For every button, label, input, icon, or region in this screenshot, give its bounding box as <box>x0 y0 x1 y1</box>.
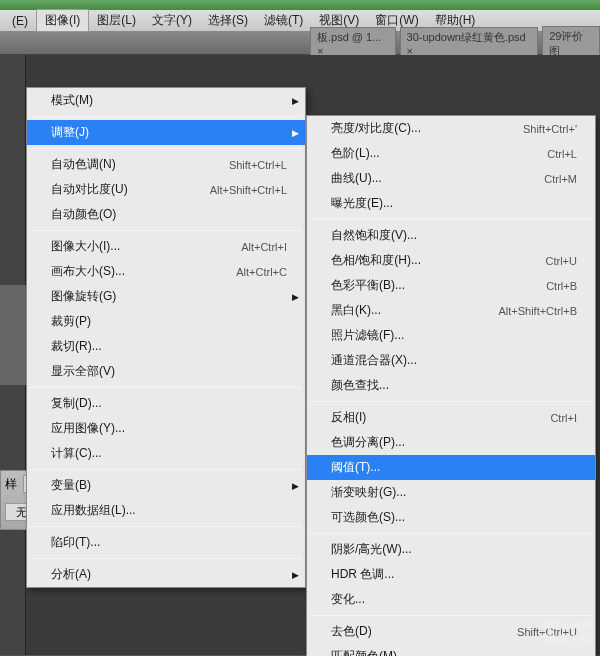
adjust-menu-item[interactable]: 可选颜色(S)... <box>307 505 595 530</box>
menu-item-label: 分析(A) <box>51 566 91 583</box>
separator <box>309 401 593 402</box>
image-menu-item[interactable]: 调整(J) <box>27 120 305 145</box>
menu-item-label: 自动对比度(U) <box>51 181 128 198</box>
menu-item-label: 颜色查找... <box>331 377 389 394</box>
image-menu-item[interactable]: 变量(B) <box>27 473 305 498</box>
menu-item-label: 去色(D) <box>331 623 372 640</box>
menu-item-label: 调整(J) <box>51 124 89 141</box>
menu-item-label: 变化... <box>331 591 365 608</box>
adjust-menu-item[interactable]: 亮度/对比度(C)...Shift+Ctrl+' <box>307 116 595 141</box>
image-menu-item[interactable]: 自动色调(N)Shift+Ctrl+L <box>27 152 305 177</box>
adjust-menu-item[interactable]: 曝光度(E)... <box>307 191 595 216</box>
adjust-menu-item[interactable]: 变化... <box>307 587 595 612</box>
watermark: jb51.net 脚本之家 <box>542 617 592 649</box>
menu-item-label: 渐变映射(G)... <box>331 484 406 501</box>
adjust-menu-item[interactable]: 色阶(L)...Ctrl+L <box>307 141 595 166</box>
workspace: 样 无 模式(M)调整(J)自动色调(N)Shift+Ctrl+L自动对比度(U… <box>0 55 600 655</box>
menu-item-label: HDR 色调... <box>331 566 394 583</box>
separator <box>29 116 303 117</box>
menu-item-label: 自动色调(N) <box>51 156 116 173</box>
menu-item-label: 图像大小(I)... <box>51 238 120 255</box>
menu-4[interactable]: 选择(S) <box>200 10 256 31</box>
menu-item-label: 自然饱和度(V)... <box>331 227 417 244</box>
image-menu-item[interactable]: 显示全部(V) <box>27 359 305 384</box>
adjust-menu-item[interactable]: 照片滤镜(F)... <box>307 323 595 348</box>
image-menu-item[interactable]: 图像旋转(G) <box>27 284 305 309</box>
separator <box>29 558 303 559</box>
menu-item-label: 阈值(T)... <box>331 459 380 476</box>
adjust-menu-item[interactable]: 通道混合器(X)... <box>307 348 595 373</box>
separator <box>29 469 303 470</box>
menu-item-label: 色调分离(P)... <box>331 434 405 451</box>
menu-item-label: 裁剪(P) <box>51 313 91 330</box>
menu-item-label: 色彩平衡(B)... <box>331 277 405 294</box>
menu-item-label: 通道混合器(X)... <box>331 352 417 369</box>
menu-item-label: 色相/饱和度(H)... <box>331 252 421 269</box>
prop-label: 样 <box>5 476 17 493</box>
shortcut: Ctrl+L <box>547 148 577 160</box>
menu-0[interactable]: (E) <box>4 12 36 30</box>
image-menu-item[interactable]: 裁切(R)... <box>27 334 305 359</box>
menu-item-label: 计算(C)... <box>51 445 102 462</box>
menu-item-label: 自动颜色(O) <box>51 206 116 223</box>
adjust-menu-item[interactable]: 色调分离(P)... <box>307 430 595 455</box>
shortcut: Alt+Ctrl+I <box>241 241 287 253</box>
adjust-menu-item[interactable]: 自然饱和度(V)... <box>307 223 595 248</box>
menu-item-label: 黑白(K)... <box>331 302 381 319</box>
adjust-menu-item[interactable]: 黑白(K)...Alt+Shift+Ctrl+B <box>307 298 595 323</box>
image-menu-item[interactable]: 陷印(T)... <box>27 530 305 555</box>
menu-3[interactable]: 文字(Y) <box>144 10 200 31</box>
shortcut: Alt+Shift+Ctrl+L <box>210 184 287 196</box>
image-menu-item[interactable]: 应用数据组(L)... <box>27 498 305 523</box>
adjust-menu-item[interactable]: 阈值(T)... <box>307 455 595 480</box>
image-menu-item[interactable]: 计算(C)... <box>27 441 305 466</box>
image-menu-item[interactable]: 自动对比度(U)Alt+Shift+Ctrl+L <box>27 177 305 202</box>
adjust-menu-item[interactable]: HDR 色调... <box>307 562 595 587</box>
image-menu-item[interactable]: 应用图像(Y)... <box>27 416 305 441</box>
adjust-menu-item[interactable]: 阴影/高光(W)... <box>307 537 595 562</box>
menu-item-label: 色阶(L)... <box>331 145 380 162</box>
menu-item-label: 匹配颜色(M)... <box>331 648 407 656</box>
menu-item-label: 显示全部(V) <box>51 363 115 380</box>
shortcut: Ctrl+B <box>546 280 577 292</box>
menu-item-label: 曝光度(E)... <box>331 195 393 212</box>
shortcut: Ctrl+I <box>550 412 577 424</box>
separator <box>309 219 593 220</box>
image-menu-item[interactable]: 复制(D)... <box>27 391 305 416</box>
menu-item-label: 亮度/对比度(C)... <box>331 120 421 137</box>
menu-item-label: 变量(B) <box>51 477 91 494</box>
menu-item-label: 裁切(R)... <box>51 338 102 355</box>
separator <box>29 387 303 388</box>
separator <box>29 148 303 149</box>
menu-5[interactable]: 滤镜(T) <box>256 10 311 31</box>
menu-item-label: 阴影/高光(W)... <box>331 541 412 558</box>
menu-item-label: 曲线(U)... <box>331 170 382 187</box>
image-menu-item[interactable]: 模式(M) <box>27 88 305 113</box>
menu-item-label: 画布大小(S)... <box>51 263 125 280</box>
shortcut: Alt+Shift+Ctrl+B <box>498 305 577 317</box>
menu-item-label: 应用数据组(L)... <box>51 502 136 519</box>
image-menu-item[interactable]: 画布大小(S)...Alt+Ctrl+C <box>27 259 305 284</box>
adjust-menu-item[interactable]: 颜色查找... <box>307 373 595 398</box>
adjust-menu-item[interactable]: 色彩平衡(B)...Ctrl+B <box>307 273 595 298</box>
adjustments-submenu: 亮度/对比度(C)...Shift+Ctrl+'色阶(L)...Ctrl+L曲线… <box>306 115 596 656</box>
shortcut: Ctrl+U <box>546 255 577 267</box>
document-tabs: 板.psd @ 1... ×30-updown绿红黄色.psd ×29评价图 <box>0 32 600 55</box>
image-menu-item[interactable]: 图像大小(I)...Alt+Ctrl+I <box>27 234 305 259</box>
menu-1[interactable]: 图像(I) <box>36 9 89 32</box>
image-menu-item[interactable]: 分析(A) <box>27 562 305 587</box>
menu-item-label: 应用图像(Y)... <box>51 420 125 437</box>
adjust-menu-item[interactable]: 渐变映射(G)... <box>307 480 595 505</box>
image-menu-item[interactable]: 裁剪(P) <box>27 309 305 334</box>
adjust-menu-item[interactable]: 曲线(U)...Ctrl+M <box>307 166 595 191</box>
menu-item-label: 图像旋转(G) <box>51 288 116 305</box>
separator <box>29 230 303 231</box>
separator <box>29 526 303 527</box>
separator <box>309 615 593 616</box>
adjust-menu-item[interactable]: 色相/饱和度(H)...Ctrl+U <box>307 248 595 273</box>
shortcut: Shift+Ctrl+L <box>229 159 287 171</box>
adjust-menu-item[interactable]: 反相(I)Ctrl+I <box>307 405 595 430</box>
image-menu-item[interactable]: 自动颜色(O) <box>27 202 305 227</box>
shortcut: Alt+Ctrl+C <box>236 266 287 278</box>
menu-2[interactable]: 图层(L) <box>89 10 144 31</box>
